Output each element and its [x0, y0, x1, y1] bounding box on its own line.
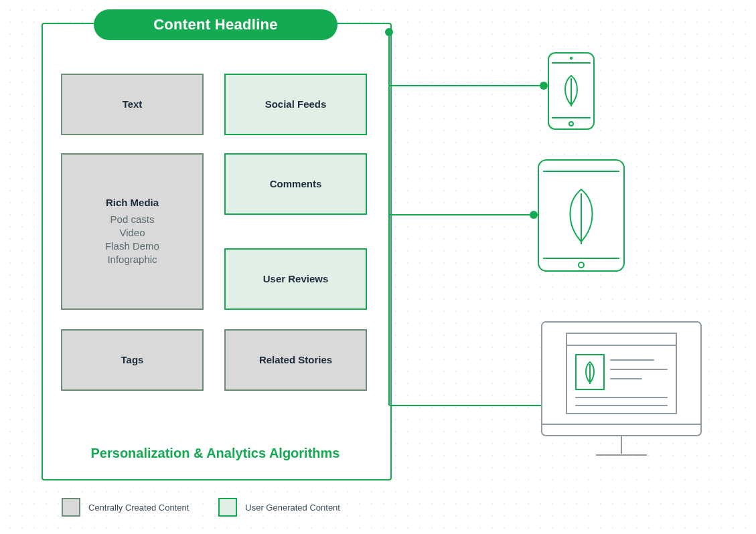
legend-swatch-central	[62, 498, 80, 517]
device-tablet-icon	[538, 159, 625, 272]
device-phone-icon	[548, 52, 595, 130]
box-related-title: Related Stories	[259, 353, 332, 367]
box-tags-title: Tags	[121, 353, 144, 367]
box-rich-sub: Pod casts Video Flash Demo Infographic	[105, 213, 159, 267]
connector-origin-dot	[385, 28, 393, 36]
content-headline: Content Headline	[94, 9, 337, 40]
box-tags: Tags	[61, 329, 204, 391]
connector-to-phone	[390, 85, 542, 86]
connector-dot-phone	[540, 82, 548, 90]
legend-label-central: Centrally Created Content	[88, 503, 189, 513]
legend-central: Centrally Created Content	[62, 498, 189, 517]
connector-dot-tablet	[530, 211, 538, 219]
box-user-reviews: User Reviews	[224, 248, 367, 310]
svg-point-2	[570, 57, 573, 60]
box-reviews-title: User Reviews	[263, 272, 329, 286]
legend-label-ugc: User Generated Content	[245, 503, 340, 513]
box-comments: Comments	[224, 153, 367, 215]
connector-to-tablet	[390, 214, 532, 215]
box-social-feeds: Social Feeds	[224, 74, 367, 135]
legend: Centrally Created Content User Generated…	[62, 498, 340, 517]
legend-ugc: User Generated Content	[218, 498, 340, 517]
device-desktop-icon	[541, 321, 702, 464]
box-text-title: Text	[123, 98, 143, 111]
legend-swatch-ugc	[218, 498, 237, 517]
box-social-title: Social Feeds	[265, 98, 327, 111]
box-related-stories: Related Stories	[224, 329, 367, 391]
box-rich-title: Rich Media	[106, 196, 159, 209]
box-comments-title: Comments	[270, 177, 322, 191]
box-rich-media: Rich Media Pod casts Video Flash Demo In…	[61, 153, 204, 310]
box-text: Text	[61, 74, 204, 135]
connector-vertical	[388, 32, 390, 406]
